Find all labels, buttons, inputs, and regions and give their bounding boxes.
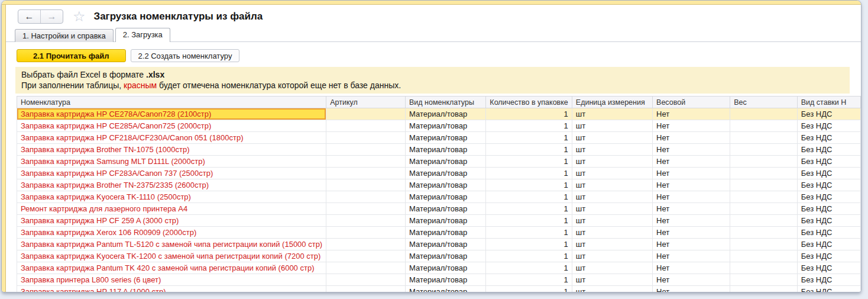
cell-kind[interactable]: Материал/товар [406,179,486,191]
cell-vat[interactable]: Без НДС [797,144,860,156]
cell-articul[interactable] [326,203,406,215]
cell-unit[interactable]: шт [572,250,652,262]
cell-qty[interactable]: 1 [486,179,572,191]
cell-articul[interactable] [326,168,406,179]
cell-qty[interactable]: 1 [486,274,572,286]
table-row[interactable]: Заправка картриджа Samsung MLT D111L (20… [17,156,861,168]
table-row[interactable]: Заправка картриджа Kyocera TK-1200 с зам… [17,250,861,262]
cell-weight[interactable] [730,239,798,250]
cell-qty[interactable]: 1 [486,215,572,227]
cell-kind[interactable]: Материал/товар [406,108,486,120]
cell-name[interactable]: Заправка картриджа HP 117 A (1000 стр) [17,286,326,292]
cell-unit[interactable]: шт [572,227,652,239]
cell-name[interactable]: Заправка картриджа HP CF283A/Canon 737 (… [17,168,326,179]
cell-vat[interactable]: Без НДС [797,179,860,191]
cell-weight[interactable] [730,227,798,239]
column-header-articul[interactable]: Артикул [326,97,406,108]
cell-kind[interactable]: Материал/товар [406,227,486,239]
cell-weighted[interactable]: Нет [653,215,730,227]
table-row[interactable]: Заправка принтера L800 series (6 цвет)Ма… [17,274,861,286]
cell-qty[interactable]: 1 [486,144,572,156]
cell-kind[interactable]: Материал/товар [406,191,486,203]
tab-settings-and-help[interactable]: 1. Настройки и справка [15,29,114,42]
cell-articul[interactable] [326,179,406,191]
cell-articul[interactable] [326,239,406,250]
table-row[interactable]: Заправка картриджа Kyocera TK-1110 (2500… [17,191,861,203]
cell-weight[interactable] [730,168,798,179]
cell-weighted[interactable]: Нет [653,239,730,250]
cell-qty[interactable]: 1 [486,120,572,132]
cell-unit[interactable]: шт [572,168,652,179]
cell-weight[interactable] [730,144,798,156]
column-header-weight[interactable]: Вес [730,97,798,108]
cell-weight[interactable] [730,132,798,144]
cell-weight[interactable] [730,215,798,227]
cell-weight[interactable] [730,262,798,274]
cell-qty[interactable]: 1 [486,250,572,262]
cell-vat[interactable]: Без НДС [797,262,860,274]
cell-unit[interactable]: шт [572,179,652,191]
table-row[interactable]: Заправка картриджа Pantum TK 420 с замен… [17,262,861,274]
cell-unit[interactable]: шт [572,215,652,227]
cell-weight[interactable] [730,274,798,286]
cell-weighted[interactable]: Нет [653,227,730,239]
cell-name[interactable]: Заправка картриджа Samsung MLT D111L (20… [17,156,326,168]
cell-qty[interactable]: 1 [486,108,572,120]
table-row[interactable]: Заправка картриджа HP CE285A/Canon725 (2… [17,120,861,132]
cell-vat[interactable]: Без НДС [797,108,860,120]
forward-button[interactable]: → [41,10,63,23]
cell-weighted[interactable]: Нет [653,108,730,120]
cell-qty[interactable]: 1 [486,203,572,215]
cell-kind[interactable]: Материал/товар [406,274,486,286]
cell-vat[interactable]: Без НДС [797,274,860,286]
cell-weight[interactable] [730,156,798,168]
cell-name[interactable]: Заправка картриджа Pantum TK 420 с замен… [17,262,326,274]
table-row[interactable]: Заправка картриджа HP CE278A/Canon728 (2… [17,108,861,120]
cell-weighted[interactable]: Нет [653,168,730,179]
cell-weight[interactable] [730,203,798,215]
cell-articul[interactable] [326,191,406,203]
cell-articul[interactable] [326,227,406,239]
cell-weighted[interactable]: Нет [653,250,730,262]
cell-vat[interactable]: Без НДС [797,286,860,292]
cell-vat[interactable]: Без НДС [797,191,860,203]
cell-articul[interactable] [326,274,406,286]
cell-qty[interactable]: 1 [486,262,572,274]
cell-qty[interactable]: 1 [486,191,572,203]
cell-vat[interactable]: Без НДС [797,156,860,168]
cell-qty[interactable]: 1 [486,227,572,239]
cell-unit[interactable]: шт [572,262,652,274]
cell-kind[interactable]: Материал/товар [406,215,486,227]
cell-name[interactable]: Заправка картриджа HP CF218A/CF230A/Cano… [17,132,326,144]
cell-weight[interactable] [730,286,798,292]
cell-weight[interactable] [730,108,798,120]
cell-qty[interactable]: 1 [486,156,572,168]
cell-name[interactable]: Заправка картриджа Kyocera TK-1110 (2500… [17,191,326,203]
cell-unit[interactable]: шт [572,132,652,144]
back-button[interactable]: ← [18,10,41,23]
cell-unit[interactable]: шт [572,274,652,286]
table-row[interactable]: Заправка картриджа HP CF283A/Canon 737 (… [17,168,861,179]
cell-articul[interactable] [326,144,406,156]
cell-name[interactable]: Заправка картриджа HP CE278A/Canon728 (2… [17,108,326,120]
table-row[interactable]: Заправка картриджа HP 117 A (1000 стр)Ма… [17,286,861,292]
cell-vat[interactable]: Без НДС [797,215,860,227]
cell-weight[interactable] [730,120,798,132]
column-header-qty[interactable]: Количество в упаковке [486,97,572,108]
cell-kind[interactable]: Материал/товар [406,262,486,274]
cell-kind[interactable]: Материал/товар [406,286,486,292]
cell-articul[interactable] [326,108,406,120]
cell-kind[interactable]: Материал/товар [406,250,486,262]
create-nomenclature-button[interactable]: 2.2 Создать номенклатуру [131,49,240,62]
tab-load[interactable]: 2. Загрузка [115,28,170,42]
column-header-vat[interactable]: Вид ставки Н [797,97,860,108]
cell-articul[interactable] [326,132,406,144]
cell-weighted[interactable]: Нет [653,132,730,144]
cell-qty[interactable]: 1 [486,286,572,292]
cell-weight[interactable] [730,179,798,191]
table-row[interactable]: Заправка картриджа Brother TN-1075 (1000… [17,144,861,156]
cell-articul[interactable] [326,215,406,227]
cell-name[interactable]: Заправка принтера L800 series (6 цвет) [17,274,326,286]
cell-qty[interactable]: 1 [486,132,572,144]
cell-weighted[interactable]: Нет [653,274,730,286]
